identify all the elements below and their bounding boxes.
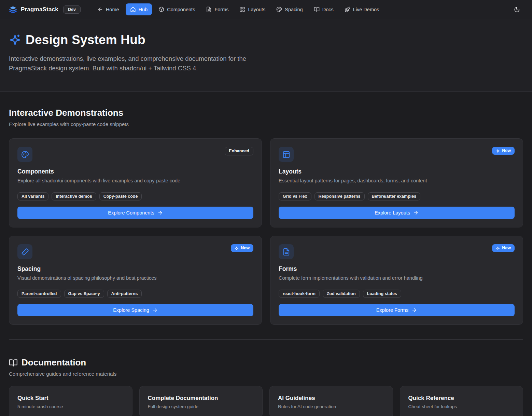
doc-card-quick-start[interactable]: Quick Start 5-minute crash course xyxy=(9,386,132,416)
brand-name[interactable]: PragmaStack xyxy=(21,6,58,13)
arrow-left-icon xyxy=(97,6,103,12)
card-title: Forms xyxy=(279,265,515,273)
theme-toggle-button[interactable] xyxy=(511,3,523,16)
nav-item-label: Components xyxy=(167,7,195,12)
nav-item-components[interactable]: Components xyxy=(154,3,199,15)
demo-card-spacing: New Spacing Visual demonstrations of spa… xyxy=(9,236,262,325)
tag: Parent-controlled xyxy=(17,290,61,298)
tag: react-hook-form xyxy=(279,290,320,298)
box-icon xyxy=(158,6,164,12)
arrow-right-icon xyxy=(152,307,158,313)
explore-components-button[interactable]: Explore Components xyxy=(17,207,253,219)
doc-card-title: Quick Start xyxy=(17,395,124,402)
tag: All variants xyxy=(17,192,48,200)
moon-icon xyxy=(514,6,520,13)
sparkles-icon xyxy=(235,246,239,250)
arrow-right-icon xyxy=(413,210,419,216)
nav-item-spacing[interactable]: Spacing xyxy=(272,3,307,15)
card-description: Visual demonstrations of spacing philoso… xyxy=(17,275,253,281)
section-divider xyxy=(9,339,523,339)
card-description: Essential layout patterns for pages, das… xyxy=(279,177,515,184)
demos-subtitle: Explore live examples with copy-paste co… xyxy=(9,121,523,127)
demo-card-grid: Enhanced Components Explore all shadcn/u… xyxy=(9,138,523,325)
doc-card-grid: Quick Start 5-minute crash course Comple… xyxy=(9,386,523,416)
nav-item-label: Live Demos xyxy=(353,7,379,12)
tag: Anti-patterns xyxy=(107,290,142,298)
sparkles-icon xyxy=(9,34,21,46)
arrow-right-icon xyxy=(157,210,163,216)
nav-item-label: Hub xyxy=(139,7,148,12)
demos-title: Interactive Demonstrations xyxy=(9,108,523,118)
tag: Before/after examples xyxy=(368,192,421,200)
palette-icon xyxy=(17,147,32,162)
sparkles-icon xyxy=(496,246,500,250)
docs-title: Documentation xyxy=(22,357,86,368)
arrow-right-icon xyxy=(411,307,417,313)
tag-row: All variants Interactive demos Copy-past… xyxy=(17,192,253,200)
docs-subtitle: Comprehensive guides and reference mater… xyxy=(9,371,523,377)
doc-card-complete-documentation[interactable]: Complete Documentation Full design syste… xyxy=(139,386,263,416)
doc-card-description: Rules for AI code generation xyxy=(278,404,384,409)
doc-card-description: 5-minute crash course xyxy=(17,404,124,409)
doc-card-description: Cheat sheet for lookups xyxy=(408,404,515,409)
explore-layouts-button[interactable]: Explore Layouts xyxy=(279,207,515,219)
navbar-left: PragmaStack Dev Home Hub Components xyxy=(9,3,383,15)
demos-section-head: Interactive Demonstrations Explore live … xyxy=(9,108,523,127)
card-title: Components xyxy=(17,168,253,175)
tag: Gap vs Space-y xyxy=(64,290,104,298)
nav-item-label: Forms xyxy=(214,7,228,12)
nav-item-label: Layouts xyxy=(248,7,265,12)
button-label: Explore Forms xyxy=(376,307,408,313)
nav-item-label: Home xyxy=(106,7,119,12)
nav-item-label: Spacing xyxy=(285,7,303,12)
page-title: Design System Hub xyxy=(26,33,145,47)
tag-row: react-hook-form Zod validation Loading s… xyxy=(279,290,515,298)
new-badge: New xyxy=(492,147,515,155)
explore-spacing-button[interactable]: Explore Spacing xyxy=(17,304,253,316)
doc-card-title: Complete Documentation xyxy=(148,395,254,402)
file-text-icon xyxy=(206,6,212,12)
new-badge: New xyxy=(231,244,253,252)
nav-item-live-demos[interactable]: Live Demos xyxy=(340,3,384,15)
doc-card-description: Full design system guide xyxy=(148,404,254,409)
ruler-icon xyxy=(17,244,32,259)
nav-item-forms[interactable]: Forms xyxy=(201,3,233,15)
doc-card-title: AI Guidelines xyxy=(278,395,384,402)
tag: Zod validation xyxy=(323,290,360,298)
tag: Grid vs Flex xyxy=(279,192,311,200)
demo-card-components: Enhanced Components Explore all shadcn/u… xyxy=(9,138,262,227)
tag: Responsive patterns xyxy=(314,192,365,200)
home-icon xyxy=(130,6,136,12)
nav-item-home[interactable]: Home xyxy=(93,3,124,15)
enhanced-badge: Enhanced xyxy=(225,147,253,155)
layers-logo-icon[interactable] xyxy=(9,5,17,14)
button-label: Explore Layouts xyxy=(375,210,410,216)
hero-section: Design System Hub Interactive demonstrat… xyxy=(0,19,532,92)
rocket-icon xyxy=(345,6,350,12)
button-label: Explore Components xyxy=(108,210,154,216)
badge-label: New xyxy=(502,148,511,153)
nav-item-layouts[interactable]: Layouts xyxy=(235,3,270,15)
sparkles-icon xyxy=(496,149,500,153)
doc-card-ai-guidelines[interactable]: AI Guidelines Rules for AI code generati… xyxy=(269,386,393,416)
nav-item-docs[interactable]: Docs xyxy=(309,3,338,15)
nav-item-hub[interactable]: Hub xyxy=(126,3,152,15)
tag: Interactive demos xyxy=(52,192,96,200)
main-nav: Home Hub Components Forms xyxy=(93,3,383,15)
env-badge: Dev xyxy=(63,5,81,14)
doc-card-quick-reference[interactable]: Quick Reference Cheat sheet for lookups xyxy=(400,386,523,416)
demo-card-forms: New Forms Complete form implementations … xyxy=(270,236,523,325)
demo-card-layouts: New Layouts Essential layout patterns fo… xyxy=(270,138,523,227)
page-description: Interactive demonstrations, live example… xyxy=(9,54,263,73)
tag: Copy-paste code xyxy=(99,192,142,200)
nav-item-label: Docs xyxy=(322,7,334,12)
card-description: Explore all shadcn/ui components with li… xyxy=(17,177,253,184)
book-open-icon xyxy=(9,358,18,367)
tag-row: Parent-controlled Gap vs Space-y Anti-pa… xyxy=(17,290,253,298)
button-label: Explore Spacing xyxy=(113,307,149,313)
palette-icon xyxy=(276,6,282,12)
explore-forms-button[interactable]: Explore Forms xyxy=(279,304,515,316)
badge-label: New xyxy=(241,246,250,251)
file-text-icon xyxy=(279,244,294,259)
navbar: PragmaStack Dev Home Hub Components xyxy=(0,0,532,19)
